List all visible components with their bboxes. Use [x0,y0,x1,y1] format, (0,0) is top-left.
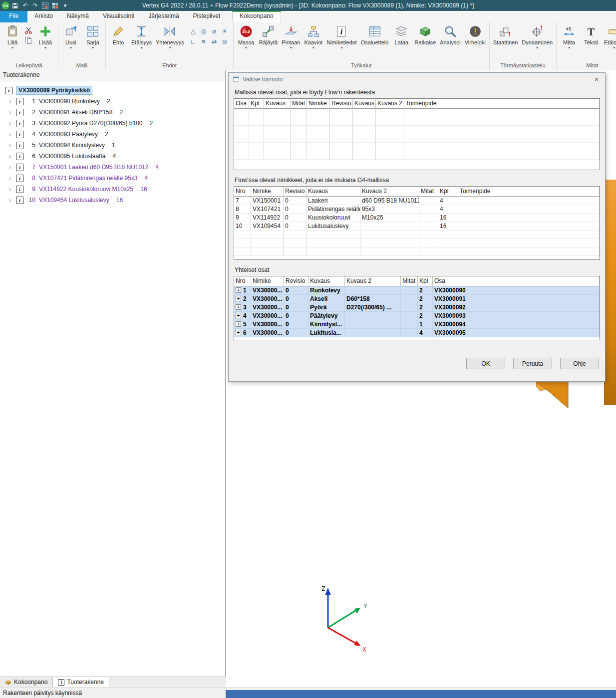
help-button[interactable]: Ohje [560,358,599,369]
table-row[interactable]: +1VX30000...0Runkolevy2VX3000090 [234,286,600,295]
angle-icon[interactable]: △ [189,27,197,35]
ribbon-button-uusi[interactable]: Uusi▾ [60,23,82,50]
info-box-icon[interactable]: i [16,131,23,138]
info-box-icon[interactable]: i [16,153,23,160]
column-header[interactable]: Nimike [251,187,284,197]
ribbon-button-ehto[interactable]: Ehto [107,23,129,45]
info-box-icon[interactable]: i [16,164,23,171]
row-expander-icon[interactable]: + [236,313,241,318]
ribbon-button-massa[interactable]: 10,0Massa▾ [235,23,257,50]
info-box-icon[interactable]: i [16,142,23,149]
chevron-right-icon[interactable]: › [6,174,14,182]
ribbon-button-liita[interactable]: Liitä▾ [1,23,23,50]
tree-item[interactable]: ›i6VX3000095 Lukituslaatta4 [0,151,225,162]
tree-item[interactable]: ›i8VX107421 Pidätinrengas reiälle 95x34 [0,173,225,184]
ribbon-button-rajayta[interactable]: Räjäytä [257,23,280,45]
toolbar-options-icon[interactable]: ▾ [61,2,69,9]
pattern-icon[interactable]: ✳ [221,27,229,35]
chevron-right-icon[interactable]: › [6,152,14,160]
row-expander-icon[interactable]: + [236,296,241,301]
row-expander-icon[interactable]: + [236,321,241,327]
ribbon-button-lataa[interactable]: Lataa [390,23,412,45]
info-box-icon[interactable]: i [16,197,23,204]
ribbon-button-nimiketiedot[interactable]: iNimiketiedot▾ [324,23,359,50]
bottom-tab-tuoterakenne[interactable]: iTuoterakenne [53,677,109,687]
dialog-titlebar[interactable]: Valitse toiminto × [229,73,605,86]
equal-icon[interactable]: ≡ [200,38,208,46]
column-header[interactable]: Mitat [291,99,307,109]
column-header[interactable]: Mitat [419,187,438,197]
row-expander-icon[interactable]: + [236,304,241,310]
column-header[interactable]: Nro [234,276,251,286]
corner-icon[interactable]: ∟ [189,38,197,46]
chevron-right-icon[interactable]: › [6,196,14,204]
column-header[interactable]: Kuvaus [264,99,291,109]
ribbon-button-kaaviot[interactable]: Kaaviot▾ [302,23,324,50]
column-header[interactable]: Nimike [307,99,330,109]
chevron-right-icon[interactable]: › [6,130,14,138]
ribbon-button-ratkaise[interactable]: Ratkaise [412,23,438,45]
info-box-icon[interactable]: i [16,98,23,105]
column-header[interactable]: Toimenpide [458,187,600,197]
dialog-close-icon[interactable]: × [592,75,601,83]
bottom-tab-kokoonpano[interactable]: Kokoonpano [0,677,53,687]
tree-item[interactable]: ›i3VX3000092 Pyörä D270(/300/65) b1002 [0,118,225,129]
tab-nakyma[interactable]: Näkymä [60,11,96,22]
info-box-icon[interactable]: i [16,109,23,116]
info-box-icon[interactable]: i [5,87,12,94]
save-icon[interactable] [11,2,19,9]
ribbon-button-virheloki[interactable]: !Virheloki [463,23,488,45]
table-row[interactable]: +6VX30000...0Lukitusla...4VX3000095 [234,329,600,337]
table-row[interactable]: +2VX30000...0AkseliD60*1582VX3000091 [234,295,600,303]
table-row[interactable]: +4VX30000...0Päätylevy2VX3000093 [234,312,600,320]
ribbon-button-mitta[interactable]: 45Mitta▾ [558,23,580,50]
tab-visualisointi[interactable]: Visualisointi [96,11,141,22]
cut-icon[interactable] [24,26,32,34]
chevron-right-icon[interactable]: › [6,163,14,171]
column-header[interactable]: Nro [234,187,251,197]
ribbon-button-sarja[interactable]: Sarja▾ [82,23,104,50]
column-header[interactable]: Kuvaus 2 [360,187,419,197]
concentric-icon[interactable]: ◎ [200,27,208,35]
undo-icon[interactable]: ↶ [21,2,29,9]
tangent-icon[interactable]: ⊘ [221,38,229,46]
tab-file[interactable]: File [0,11,27,22]
column-header[interactable]: Kuvaus [307,187,360,197]
ribbon-button-staattinen[interactable]: !Staattinen [491,23,520,45]
table-row[interactable]: 9VX1149220KuusiokoloruuviM10x2516 [234,214,600,222]
column-header[interactable]: Revisio [284,276,308,286]
tab-arkisto[interactable]: Arkisto [27,11,60,22]
table-row[interactable]: +3VX30000...0PyöräD270(/300/65) ...2VX30… [234,303,600,312]
redo-icon[interactable]: ↷ [31,2,39,9]
column-header[interactable]: Kpl [438,187,458,197]
tree-item[interactable]: ›i10VX109454 Lukitusaluslevy16 [0,195,225,206]
ribbon-button-lisaa[interactable]: Lisää▾ [34,23,56,50]
column-header[interactable]: Revisio [284,187,307,197]
ribbon-button-pintaan[interactable]: Pintaan▾ [280,23,302,50]
column-header[interactable]: Kuvaus [353,99,376,109]
tab-kokoonpano[interactable]: Kokoonpano [232,11,281,22]
tab-jarjestelma[interactable]: Järjestelmä [141,11,186,22]
chevron-right-icon[interactable]: › [6,185,14,193]
chevron-right-icon[interactable]: › [6,108,14,116]
ribbon-button-etaisyys[interactable]: Etäisyys▾ [602,23,616,50]
row-expander-icon[interactable]: + [236,287,241,293]
tree-item[interactable]: ›i9VX114922 Kuusiokoloruuvi M10x2516 [0,184,225,195]
column-header[interactable]: Kpl [249,99,264,109]
column-header[interactable]: Kpl [418,276,433,286]
model-3d-part[interactable] [604,180,616,405]
ribbon-button-teksti[interactable]: TTeksti [580,23,602,45]
ribbon-button-dynaaminen[interactable]: !Dynaaminen▾ [520,23,555,50]
column-header[interactable]: Mitat [401,276,418,286]
chevron-right-icon[interactable]: › [6,119,14,127]
ribbon-button-etaisyys[interactable]: Etäisyys▾ [129,23,154,50]
library-icon[interactable] [41,2,49,9]
app-logo[interactable]: G4 [1,1,9,9]
tree-item[interactable]: ›i4VX3000093 Päätylevy2 [0,129,225,140]
tree-item[interactable]: ›i1VX3000090 Runkolevy2 [0,96,225,107]
column-header[interactable]: Osa [433,276,600,286]
copy-icon[interactable] [24,36,32,44]
tree-item[interactable]: ›i7VX150001 Laakeri d60 D95 B18 NU10124 [0,162,225,173]
tab-pistepilvet[interactable]: Pistepilvet [186,11,228,22]
info-box-icon[interactable]: i [16,120,23,127]
